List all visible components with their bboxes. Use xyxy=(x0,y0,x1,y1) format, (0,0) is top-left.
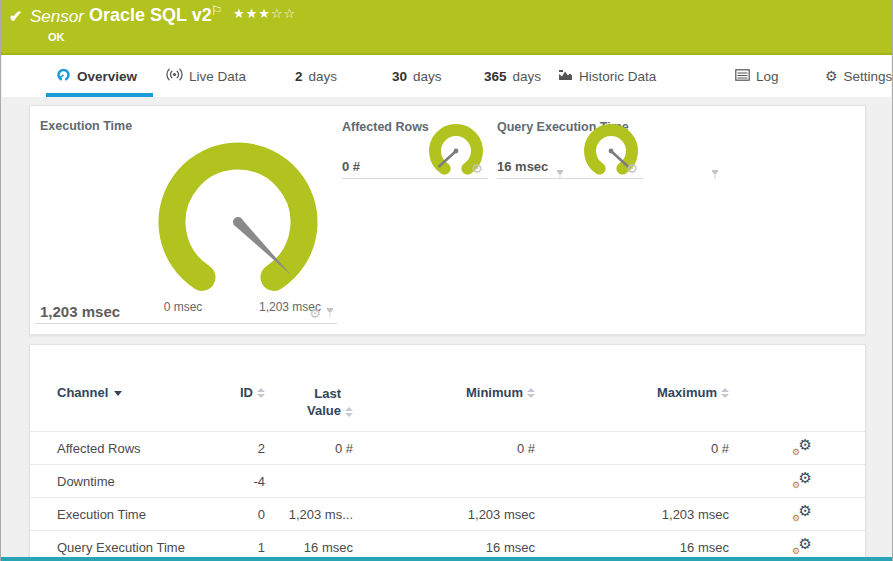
channel-maximum: 16 msec xyxy=(535,540,729,555)
affected-rows-gauge-title: Affected Rows xyxy=(342,120,429,134)
caret-down-icon xyxy=(114,391,122,396)
channel-settings-icon[interactable]: ⚙⚙ xyxy=(792,439,812,457)
execution-time-gauge-section: Execution Time 0 msec 1,203 msec 1,203 m… xyxy=(35,114,337,324)
channels-table-panel: Channel ID Last Value Minimum Maximum Af… xyxy=(29,344,866,558)
historic-data-icon xyxy=(558,69,573,84)
active-tab-underline xyxy=(46,93,153,97)
sort-icon xyxy=(345,407,353,417)
channel-last-value: 0 # xyxy=(265,441,353,456)
channel-maximum: 0 # xyxy=(535,441,729,456)
sort-icon xyxy=(527,388,535,398)
column-header-channel[interactable]: Channel xyxy=(57,385,215,400)
stars-empty: ☆☆ xyxy=(271,6,296,21)
tab-365-days-label: days xyxy=(513,69,542,84)
tab-365-days-number: 365 xyxy=(484,69,507,84)
sensor-title: Oracle SQL v2 xyxy=(89,5,212,26)
gauge-pin-icon[interactable] xyxy=(325,308,335,319)
channel-name[interactable]: Query Execution Time xyxy=(57,540,215,555)
channel-id: 2 xyxy=(215,441,265,456)
tab-365-days[interactable]: 365 days xyxy=(484,55,541,97)
execution-time-gauge-title: Execution Time xyxy=(40,119,132,133)
tab-bar: Overview Live Data 2 days 30 days 365 da… xyxy=(2,55,891,97)
affected-rows-gauge-section: Affected Rows 0 # ⚙ xyxy=(342,114,488,179)
sensor-kind-label: Sensor xyxy=(30,7,84,27)
column-header-id[interactable]: ID xyxy=(215,385,265,400)
live-data-icon xyxy=(166,68,183,84)
priority-stars[interactable]: ★★★☆☆ xyxy=(233,6,296,21)
log-icon xyxy=(735,69,750,84)
column-header-maximum[interactable]: Maximum xyxy=(535,385,729,400)
tab-log-label: Log xyxy=(756,69,779,84)
tab-30-days[interactable]: 30 days xyxy=(392,55,442,97)
table-header-row: Channel ID Last Value Minimum Maximum xyxy=(30,345,865,431)
gauge-gear-icon[interactable]: ⚙ xyxy=(309,307,321,320)
bottom-section-edge xyxy=(1,557,892,561)
channel-settings-icon[interactable]: ⚙⚙ xyxy=(792,538,812,556)
gauge-gear-icon[interactable]: ⚙ xyxy=(471,162,483,175)
channel-name[interactable]: Downtime xyxy=(57,474,215,489)
table-row[interactable]: Downtime -4 ⚙⚙ xyxy=(30,464,865,497)
sort-icon xyxy=(257,388,265,398)
channel-name[interactable]: Affected Rows xyxy=(57,441,215,456)
tab-live-data-label: Live Data xyxy=(189,69,246,84)
query-execution-time-gauge-section: Query Execution Time 16 msec ⚙ xyxy=(497,114,643,179)
gauge-gear-icon[interactable]: ⚙ xyxy=(626,162,638,175)
tab-historic-data-label: Historic Data xyxy=(579,69,656,84)
table-row[interactable]: Affected Rows 2 0 # 0 # 0 # ⚙⚙ xyxy=(30,431,865,464)
tab-settings[interactable]: ⚙ Settings xyxy=(825,55,892,97)
channel-maximum: 1,203 msec xyxy=(535,507,729,522)
channel-minimum: 16 msec xyxy=(353,540,535,555)
tab-2-days[interactable]: 2 days xyxy=(295,55,337,97)
channel-settings-icon[interactable]: ⚙⚙ xyxy=(792,472,812,490)
flag-icon[interactable]: ⚐ xyxy=(211,3,223,18)
channel-last-value: 16 msec xyxy=(265,540,353,555)
gauge-scale-min: 0 msec xyxy=(153,300,213,314)
settings-gear-icon: ⚙ xyxy=(825,69,838,83)
tab-2-days-label: days xyxy=(309,69,338,84)
query-execution-time-gauge-value: 16 msec xyxy=(497,159,548,174)
tab-historic-data[interactable]: Historic Data xyxy=(558,55,656,97)
channel-id: 0 xyxy=(215,507,265,522)
gauge-icon xyxy=(56,67,71,85)
channel-settings-icon[interactable]: ⚙⚙ xyxy=(792,505,812,523)
channel-minimum: 0 # xyxy=(353,441,535,456)
channel-minimum: 1,203 msec xyxy=(353,507,535,522)
tab-overview-label: Overview xyxy=(77,69,137,84)
execution-time-gauge-value: 1,203 msec xyxy=(40,303,120,320)
column-header-minimum[interactable]: Minimum xyxy=(353,385,535,400)
channel-id: 1 xyxy=(215,540,265,555)
tab-30-days-label: days xyxy=(413,69,442,84)
table-row[interactable]: Execution Time 0 1,203 ms... 1,203 msec … xyxy=(30,497,865,530)
channel-last-value: 1,203 ms... xyxy=(265,507,353,522)
affected-rows-gauge-value: 0 # xyxy=(342,159,360,174)
tab-overview[interactable]: Overview xyxy=(56,55,137,97)
tab-settings-label: Settings xyxy=(844,69,893,84)
tab-30-days-number: 30 xyxy=(392,69,407,84)
channel-id: -4 xyxy=(215,474,265,489)
execution-time-gauge xyxy=(153,137,323,307)
tab-log[interactable]: Log xyxy=(735,55,779,97)
sensor-page: ✔ Sensor Oracle SQL v2 ⚐ ★★★☆☆ OK Overvi… xyxy=(0,0,893,561)
column-header-last-value[interactable]: Last Value xyxy=(265,385,353,419)
sort-icon xyxy=(721,388,729,398)
sensor-header: ✔ Sensor Oracle SQL v2 ⚐ ★★★☆☆ OK xyxy=(1,0,892,55)
tab-live-data[interactable]: Live Data xyxy=(166,55,246,97)
gauges-panel: Execution Time 0 msec 1,203 msec 1,203 m… xyxy=(29,105,866,335)
channel-name[interactable]: Execution Time xyxy=(57,507,215,522)
tab-2-days-number: 2 xyxy=(295,69,303,84)
status-check-icon: ✔ xyxy=(9,7,22,26)
status-badge: OK xyxy=(48,31,65,43)
stars-filled: ★★★ xyxy=(233,6,271,21)
